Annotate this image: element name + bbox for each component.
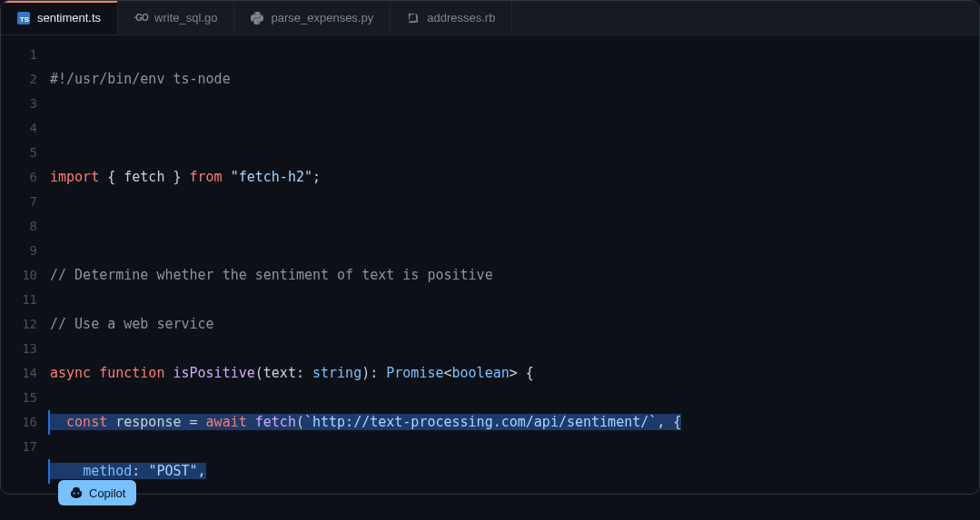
- prop-method: method: [83, 463, 132, 479]
- tab-addresses-rb[interactable]: addresses.rb: [391, 1, 512, 34]
- ruby-icon: [407, 12, 420, 25]
- copilot-icon: [69, 486, 84, 500]
- str-pkg: "fetch-h2": [231, 169, 312, 185]
- param-text: text: [263, 365, 296, 381]
- copilot-button[interactable]: Copilot: [58, 480, 136, 505]
- svg-point-1: [77, 493, 79, 495]
- python-icon: [251, 12, 263, 25]
- type-string: string: [312, 365, 361, 381]
- kw-await: await: [206, 414, 247, 430]
- tab-write-sql-go[interactable]: ·GO write_sql.go: [118, 1, 234, 34]
- editor-frame: TS sentiment.ts ·GO write_sql.go parse_e…: [0, 0, 980, 495]
- tab-label: addresses.rb: [427, 11, 495, 25]
- tab-sentiment-ts[interactable]: TS sentiment.ts: [1, 1, 118, 34]
- kw-const: const: [66, 414, 107, 430]
- fn-ispositive: isPositive: [173, 365, 254, 381]
- type-boolean: boolean: [452, 365, 510, 381]
- str-post: "POST": [148, 463, 197, 479]
- line-number-gutter: 1234 5678 9101112 13141516 17: [1, 43, 50, 495]
- tab-label: write_sql.go: [154, 11, 217, 25]
- kw-import: import: [50, 169, 99, 185]
- comment-line-5: // Determine whether the sentiment of te…: [50, 267, 493, 283]
- shebang: #!/usr/bin/env ts-node: [50, 71, 231, 87]
- code-area[interactable]: 1234 5678 9101112 13141516 17 #!/usr/bin…: [1, 35, 979, 495]
- type-promise: Promise: [386, 365, 443, 381]
- fn-fetch: fetch: [255, 414, 296, 430]
- go-icon: ·GO: [134, 12, 147, 25]
- kw-function: function: [99, 365, 164, 381]
- kw-from: from: [190, 169, 223, 185]
- tab-bar: TS sentiment.ts ·GO write_sql.go parse_e…: [1, 1, 979, 35]
- code-content[interactable]: #!/usr/bin/env ts-node import { fetch } …: [50, 43, 979, 495]
- typescript-icon: TS: [17, 12, 30, 25]
- tab-label: parse_expenses.py: [271, 11, 373, 25]
- ident-fetch: fetch: [124, 169, 164, 185]
- kw-async: async: [50, 365, 91, 381]
- semi: ;: [312, 169, 321, 185]
- tab-label: sentiment.ts: [37, 11, 101, 25]
- copilot-label: Copilot: [89, 486, 125, 500]
- str-url: `http://text-processing.com/api/sentimen…: [304, 414, 657, 430]
- comment-line-6: // Use a web service: [50, 316, 214, 332]
- ident-response: response: [115, 414, 181, 430]
- tab-parse-expenses-py[interactable]: parse_expenses.py: [234, 1, 391, 34]
- svg-point-0: [74, 493, 75, 495]
